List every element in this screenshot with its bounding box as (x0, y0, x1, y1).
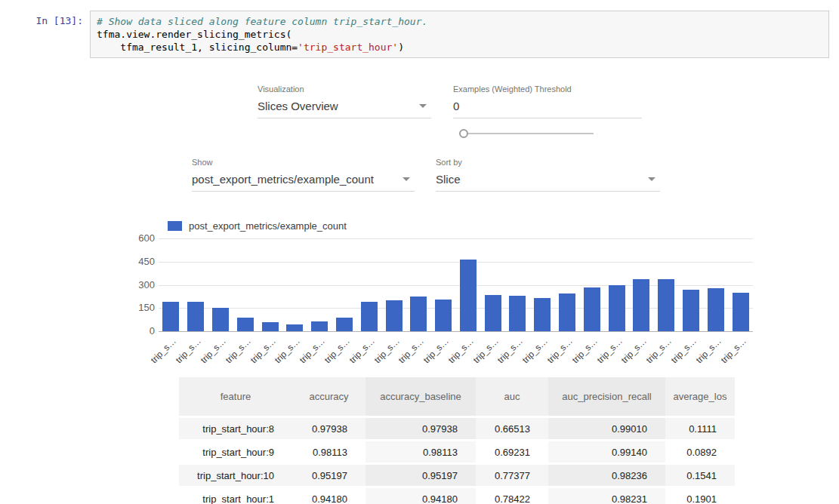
table-cell: 0.95197 (292, 465, 366, 486)
table-cell: 0.99010 (548, 418, 665, 439)
bar[interactable] (485, 295, 501, 331)
cell-prompt: In [13]: (23, 11, 90, 26)
chart-plot: trip_s…trip_s…trip_s…trip_s…trip_s…trip_… (159, 238, 753, 331)
bar[interactable] (733, 293, 749, 331)
visualization-label: Visualization (258, 85, 431, 94)
table-cell: 0.98231 (548, 488, 665, 504)
metrics-table: featureaccuracyaccuracy_baselineaucauc_p… (179, 375, 735, 504)
table-cell: 0.98236 (548, 465, 665, 486)
sort-value: Slice (436, 173, 461, 186)
table-cell: 0.66513 (476, 418, 548, 439)
table-cell: 0.77377 (476, 465, 548, 486)
bar[interactable] (286, 324, 303, 331)
table-cell: trip_start_hour:10 (179, 465, 292, 486)
bar[interactable] (683, 290, 699, 331)
column-header: accuracy (292, 377, 366, 416)
gridline (159, 238, 753, 239)
visualization-control: Visualization Slices Overview (258, 85, 431, 118)
bar[interactable] (212, 308, 229, 331)
legend-swatch (168, 221, 182, 231)
code-line: # Show data sliced along feature column … (97, 15, 822, 28)
bar[interactable] (658, 279, 674, 331)
bar[interactable] (708, 288, 724, 331)
table-cell: 0.1111 (665, 418, 735, 439)
legend-label: post_export_metrics/example_count (189, 220, 347, 232)
sort-dropdown[interactable]: Slice (436, 173, 660, 192)
y-tick-label: 450 (138, 257, 155, 267)
bar[interactable] (435, 300, 452, 331)
table-cell: 0.97938 (366, 418, 476, 439)
table-cell: 0.97938 (292, 418, 366, 439)
table-cell: 0.94180 (292, 488, 366, 504)
bar[interactable] (311, 321, 328, 331)
bar[interactable] (534, 298, 551, 331)
bar[interactable] (410, 297, 427, 331)
gridline (159, 262, 753, 263)
bar[interactable] (609, 285, 625, 332)
slider-handle[interactable] (459, 129, 468, 138)
y-axis-labels: 0150300450600 (122, 238, 155, 331)
gridline (159, 331, 753, 332)
metrics-table-wrap: featureaccuracyaccuracy_baselineaucauc_p… (179, 375, 736, 504)
show-label: Show (192, 158, 415, 167)
bar[interactable] (509, 296, 526, 331)
table-row: trip_start_hour:90.981130.981130.692310.… (179, 441, 735, 463)
sort-control: Sort by Slice (436, 158, 660, 192)
column-header: average_los (665, 377, 735, 416)
table-row: trip_start_hour:10.941800.941800.784220.… (179, 488, 735, 504)
table-cell: 0.1901 (665, 488, 735, 504)
chevron-down-icon (648, 177, 655, 181)
bar[interactable] (584, 287, 600, 331)
chevron-down-icon (419, 104, 427, 108)
column-header: auc_precision_recall (548, 377, 665, 416)
bar[interactable] (386, 300, 403, 331)
bar[interactable] (262, 322, 279, 331)
chart-legend: post_export_metrics/example_count (168, 220, 347, 232)
table-cell: 0.98113 (292, 441, 366, 463)
table-cell: trip_start_hour:8 (179, 418, 292, 439)
code-line: tfma.view.render_slicing_metrics( (97, 28, 822, 41)
table-cell: 0.95197 (366, 465, 476, 486)
show-control: Show post_export_metrics/example_count (192, 158, 415, 192)
bar[interactable] (460, 260, 477, 331)
code-line: tfma_result_1, slicing_column='trip_star… (97, 41, 822, 54)
table-cell: trip_start_hour:9 (179, 441, 292, 463)
code-editor[interactable]: # Show data sliced along feature column … (90, 11, 829, 58)
table-cell: 0.0892 (665, 441, 735, 463)
column-header: accuracy_baseline (366, 377, 476, 416)
sort-label: Sort by (436, 158, 660, 167)
threshold-control: Examples (Weighted) Threshold 0 (453, 85, 642, 118)
code-token: # Show data sliced along feature column … (97, 16, 427, 27)
table-cell: 0.78422 (476, 488, 548, 504)
table-cell: 0.1541 (665, 465, 735, 486)
threshold-input[interactable]: 0 (453, 100, 642, 118)
threshold-slider[interactable] (459, 128, 594, 139)
table-cell: 0.98113 (366, 441, 476, 463)
slider-track[interactable] (459, 133, 594, 134)
bar[interactable] (187, 302, 204, 331)
show-dropdown[interactable]: post_export_metrics/example_count (192, 173, 415, 192)
column-header: feature (179, 377, 292, 416)
bar[interactable] (162, 302, 179, 331)
table-cell: 0.99140 (548, 441, 665, 463)
visualization-value: Slices Overview (258, 100, 338, 112)
table-row: trip_start_hour:80.979380.979380.665130.… (179, 418, 735, 439)
bar[interactable] (633, 279, 649, 331)
bar[interactable] (361, 302, 378, 331)
table-cell: 0.94180 (366, 488, 476, 504)
code-token: tfma_result_1, slicing_column= (97, 41, 298, 53)
code-token: tfma.view.render_slicing_metrics( (97, 29, 291, 40)
visualization-dropdown[interactable]: Slices Overview (258, 100, 431, 118)
bar[interactable] (237, 318, 254, 331)
notebook-code-cell: In [13]: # Show data sliced along featur… (23, 11, 829, 58)
threshold-label: Examples (Weighted) Threshold (453, 85, 642, 94)
bar[interactable] (559, 293, 575, 331)
show-value: post_export_metrics/example_count (192, 173, 374, 186)
code-token: 'trip_start_hour' (298, 41, 398, 53)
bar[interactable] (336, 318, 353, 331)
y-tick-label: 150 (138, 303, 155, 313)
chevron-down-icon (403, 177, 410, 181)
table-header-row: featureaccuracyaccuracy_baselineaucauc_p… (179, 377, 735, 416)
table-cell: 0.69231 (476, 441, 548, 463)
column-header: auc (476, 377, 548, 416)
